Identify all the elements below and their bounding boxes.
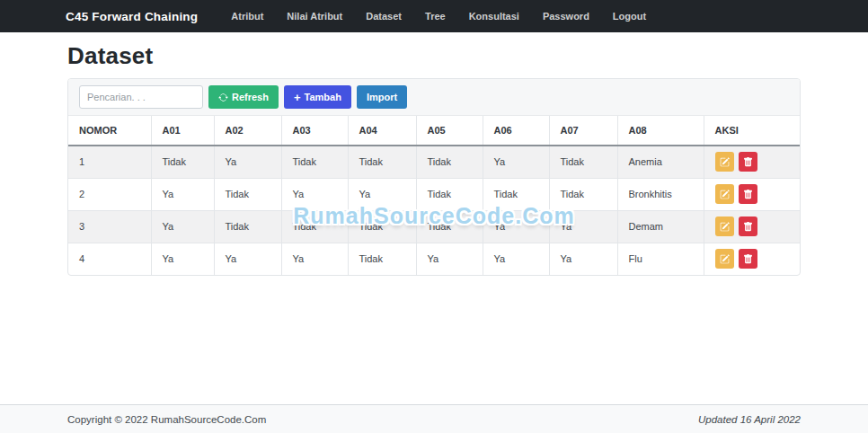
- cell-a05: Tidak: [416, 178, 483, 210]
- delete-button[interactable]: [739, 184, 757, 204]
- nav-item-dataset[interactable]: Dataset: [366, 11, 402, 22]
- refresh-button[interactable]: Refresh: [208, 85, 279, 109]
- cell-nomor: 3: [68, 210, 151, 243]
- dataset-card: Refresh + Tambah Import NOMORA01A02A03A0…: [67, 78, 801, 276]
- navbar-brand[interactable]: C45 Forward Chaining: [66, 10, 198, 23]
- table-row: 2YaTidakYaYaTidakTidakTidakBronkhitis: [68, 178, 801, 210]
- edit-button[interactable]: [715, 249, 734, 269]
- import-button-label: Import: [367, 92, 397, 102]
- main-content: Dataset Refresh + Tambah Import: [0, 42, 868, 276]
- cell-nomor: 1: [68, 146, 151, 178]
- footer: Copyright © 2022 RumahSourceCode.Com Upd…: [0, 404, 868, 433]
- edit-button[interactable]: [715, 184, 734, 204]
- column-header-a03: A03: [281, 116, 348, 146]
- page-title: Dataset: [67, 42, 801, 70]
- plus-icon: +: [294, 92, 301, 103]
- edit-icon: [720, 157, 730, 167]
- cell-a07: Ya: [549, 243, 617, 275]
- nav-item-nilai-atribut[interactable]: Nilai Atribut: [287, 11, 342, 22]
- edit-button[interactable]: [715, 152, 734, 172]
- delete-button[interactable]: [739, 216, 757, 236]
- delete-button[interactable]: [739, 249, 757, 269]
- column-header-a01: A01: [151, 116, 214, 146]
- table-toolbar: Refresh + Tambah Import: [68, 79, 800, 116]
- delete-button[interactable]: [739, 152, 757, 172]
- cell-aksi: [704, 178, 801, 210]
- cell-a02: Ya: [214, 243, 281, 275]
- cell-a06: Ya: [483, 210, 549, 243]
- cell-a04: Tidak: [348, 146, 416, 178]
- nav-item-atribut[interactable]: Atribut: [231, 11, 263, 22]
- cell-aksi: [704, 210, 801, 243]
- edit-button[interactable]: [715, 216, 734, 236]
- refresh-icon: [218, 93, 228, 102]
- nav-item-tree[interactable]: Tree: [425, 11, 446, 22]
- column-header-a06: A06: [483, 116, 549, 146]
- navbar-links: AtributNilai AtributDatasetTreeKonsultas…: [219, 11, 658, 22]
- cell-a05: Tidak: [416, 210, 483, 243]
- column-header-a05: A05: [416, 116, 483, 146]
- column-header-aksi: AKSI: [704, 116, 801, 146]
- trash-icon: [743, 157, 753, 167]
- column-header-a08: A08: [617, 116, 704, 146]
- cell-aksi: [704, 146, 801, 178]
- trash-icon: [743, 190, 753, 199]
- table-row: 1TidakYaTidakTidakTidakYaTidakAnemia: [68, 146, 801, 178]
- footer-copyright: Copyright © 2022 RumahSourceCode.Com: [67, 414, 266, 425]
- edit-icon: [720, 190, 730, 199]
- cell-a03: Ya: [281, 243, 348, 275]
- cell-a06: Ya: [483, 243, 549, 275]
- search-input[interactable]: [79, 85, 203, 109]
- edit-icon: [720, 254, 730, 264]
- tambah-button-label: Tambah: [305, 92, 341, 102]
- nav-item-logout[interactable]: Logout: [613, 11, 646, 22]
- cell-a04: Ya: [348, 178, 416, 210]
- cell-a07: Tidak: [549, 178, 617, 210]
- cell-a07: Ya: [549, 210, 617, 243]
- dataset-table: NOMORA01A02A03A04A05A06A07A08AKSI 1Tidak…: [68, 116, 801, 275]
- cell-a02: Tidak: [214, 178, 281, 210]
- cell-a08: Bronkhitis: [617, 178, 704, 210]
- cell-a02: Tidak: [214, 210, 281, 243]
- top-navbar: C45 Forward Chaining AtributNilai Atribu…: [0, 0, 868, 32]
- trash-icon: [743, 254, 753, 264]
- cell-a06: Tidak: [483, 178, 549, 210]
- cell-a04: Tidak: [348, 210, 416, 243]
- cell-nomor: 2: [68, 178, 151, 210]
- footer-container: Copyright © 2022 RumahSourceCode.Com Upd…: [0, 405, 868, 433]
- navbar-container: C45 Forward Chaining AtributNilai Atribu…: [0, 0, 868, 32]
- cell-a01: Tidak: [151, 146, 214, 178]
- import-button[interactable]: Import: [357, 85, 407, 109]
- cell-a01: Ya: [151, 210, 214, 243]
- tambah-button[interactable]: + Tambah: [284, 85, 351, 109]
- cell-a07: Tidak: [549, 146, 617, 178]
- cell-nomor: 4: [68, 243, 151, 275]
- cell-a01: Ya: [151, 178, 214, 210]
- cell-a03: Tidak: [281, 210, 348, 243]
- cell-aksi: [704, 243, 801, 275]
- table-row: 4YaYaYaTidakYaYaYaFlu: [68, 243, 801, 275]
- cell-a04: Tidak: [348, 243, 416, 275]
- column-header-nomor: NOMOR: [68, 116, 151, 146]
- cell-a01: Ya: [151, 243, 214, 275]
- cell-a03: Tidak: [281, 146, 348, 178]
- trash-icon: [743, 222, 753, 232]
- cell-a06: Ya: [483, 146, 549, 178]
- table-header: NOMORA01A02A03A04A05A06A07A08AKSI: [68, 116, 801, 146]
- table-row: 3YaTidakTidakTidakTidakYaYaDemam: [68, 210, 801, 243]
- column-header-a02: A02: [214, 116, 281, 146]
- cell-a08: Flu: [617, 243, 704, 275]
- refresh-button-label: Refresh: [232, 92, 269, 102]
- column-header-a07: A07: [549, 116, 617, 146]
- cell-a08: Demam: [617, 210, 704, 243]
- nav-item-password[interactable]: Password: [543, 11, 589, 22]
- nav-item-konsultasi[interactable]: Konsultasi: [469, 11, 519, 22]
- cell-a03: Ya: [281, 178, 348, 210]
- footer-updated: Updated 16 April 2022: [698, 414, 801, 425]
- edit-icon: [720, 222, 730, 232]
- cell-a05: Tidak: [416, 146, 483, 178]
- column-header-a04: A04: [348, 116, 416, 146]
- cell-a08: Anemia: [617, 146, 704, 178]
- cell-a05: Ya: [416, 243, 483, 275]
- table-body: 1TidakYaTidakTidakTidakYaTidakAnemia2YaT…: [68, 146, 801, 275]
